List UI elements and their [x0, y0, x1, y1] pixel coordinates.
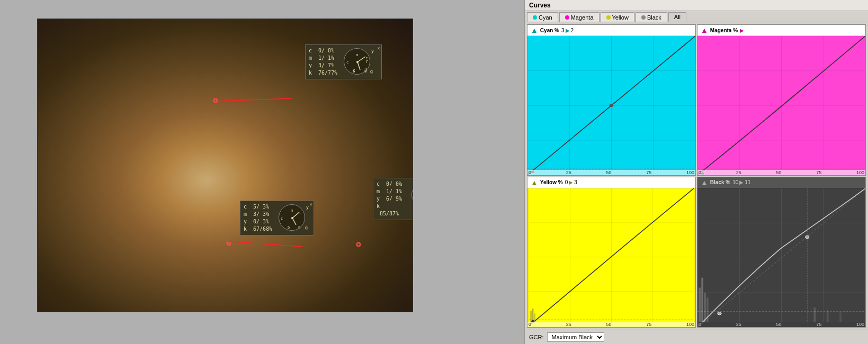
svg-rect-70: [701, 277, 703, 322]
tab-all-label: All: [674, 14, 681, 20]
cyan-before: 3: [561, 28, 565, 33]
curve-cell-magenta: ▲ Magenta % ▶: [697, 24, 866, 176]
svg-text:m: m: [356, 53, 358, 57]
magenta-axis-labels: 0 25 50 75 100: [697, 170, 865, 175]
popup1-close[interactable]: ✕: [378, 46, 380, 51]
popup2-close[interactable]: ✕: [310, 202, 312, 207]
tab-cyan[interactable]: Cyan: [527, 12, 558, 22]
gcr-select[interactable]: Maximum Black: [547, 332, 604, 342]
cyan-after: 2: [571, 28, 574, 33]
svg-point-2: [213, 98, 218, 103]
svg-point-15: [291, 217, 293, 219]
svg-point-7: [356, 61, 359, 63]
svg-rect-74: [827, 310, 829, 322]
popup3-values: c 0/ 0% m 1/ 1% y 6/ 9% k 85/87%: [377, 180, 405, 218]
black-axis-25: 25: [736, 322, 741, 327]
tab-yellow-label: Yellow: [612, 14, 629, 21]
cyan-axis-100: 100: [686, 170, 694, 175]
black-values: 10 ▶ 11: [732, 179, 750, 185]
svg-text:b: b: [353, 69, 355, 74]
svg-text:r: r: [299, 212, 301, 216]
yellow-before: 0: [565, 179, 568, 185]
svg-text:b: b: [288, 225, 290, 230]
cyan-values: 3 ▶ 2: [561, 28, 574, 33]
tab-all[interactable]: All: [668, 12, 686, 22]
svg-rect-72: [706, 297, 709, 322]
sample-point-1[interactable]: [212, 97, 218, 103]
tab-yellow[interactable]: Yellow: [601, 12, 634, 22]
info-popup-2: ✕ c 5/ 3% m 3/ 3% y 0/ 3% k 67/68%: [240, 201, 314, 236]
black-axis-100: 100: [856, 322, 864, 327]
yellow-curve-svg: [529, 188, 694, 326]
gcr-label: GCR:: [529, 334, 544, 340]
black-axis-labels: 0 25 50 75 100: [697, 322, 865, 327]
magenta-dot: [565, 15, 569, 20]
cyan-curve-body: [527, 36, 695, 175]
magenta-axis-50: 50: [776, 170, 781, 175]
curves-title: Curves: [525, 0, 868, 11]
curve-cell-cyan: ▲ Cyan % 3 ▶ 2: [527, 24, 696, 176]
black-axis-75: 75: [816, 322, 821, 327]
yellow-dot: [606, 15, 611, 20]
black-label: Black %: [710, 179, 730, 185]
sample-point-3[interactable]: [355, 241, 361, 247]
svg-line-0: [218, 98, 292, 101]
yellow-arrow-right: ▶: [569, 179, 573, 185]
cyan-label: Cyan %: [540, 28, 559, 33]
curves-grid: ▲ Cyan % 3 ▶ 2: [525, 22, 868, 330]
yellow-axis-0: 0: [529, 322, 531, 327]
cyan-axis-75: 75: [646, 170, 651, 175]
curves-panel: Curves Cyan Magenta Yellow Black All ▲ C…: [524, 0, 868, 344]
tab-black-label: Black: [647, 14, 661, 21]
sample-point-2[interactable]: [226, 240, 231, 246]
tab-magenta[interactable]: Magenta: [559, 12, 599, 22]
svg-line-5: [357, 57, 365, 62]
cyan-curve-svg: [527, 36, 695, 175]
popup1-clock: r g c r g: [344, 48, 370, 75]
tab-cyan-label: Cyan: [539, 14, 552, 21]
svg-rect-69: [699, 287, 701, 322]
black-before: 10: [732, 179, 738, 185]
magenta-curve-svg: [697, 36, 865, 175]
yellow-after: 3: [574, 179, 577, 185]
yellow-curve-body: [527, 188, 695, 328]
black-axis-50: 50: [776, 322, 781, 327]
cyan-axis-50: 50: [606, 170, 611, 175]
magenta-up-arrow[interactable]: ▲: [701, 26, 708, 34]
svg-text:c: c: [281, 216, 283, 221]
svg-rect-73: [813, 307, 816, 322]
yellow-axis-50: 50: [606, 322, 611, 327]
curve-header-black: ▲ Black % 10 ▶ 11: [697, 177, 865, 188]
black-axis-0: 0: [699, 322, 701, 327]
black-curve-body: [697, 188, 865, 328]
cyan-axis-0: 0: [529, 170, 531, 175]
svg-point-77: [806, 236, 809, 239]
yellow-up-arrow[interactable]: ▲: [531, 178, 538, 187]
black-arrow-right: ▶: [739, 179, 744, 185]
tab-black[interactable]: Black: [636, 12, 667, 22]
svg-point-4: [356, 242, 361, 247]
svg-text:c: c: [346, 60, 348, 65]
yellow-axis-75: 75: [646, 322, 651, 327]
svg-text:r: r: [365, 56, 368, 60]
svg-line-14: [292, 218, 296, 225]
magenta-curve-body: [697, 36, 865, 175]
svg-rect-75: [839, 312, 842, 322]
black-up-arrow[interactable]: ▲: [701, 178, 708, 187]
magenta-axis-0: 0: [699, 170, 701, 175]
magenta-label: Magenta %: [710, 28, 738, 33]
black-after: 11: [745, 179, 750, 185]
yellow-values: 0 ▶ 3: [565, 179, 577, 185]
popup2-values: c 5/ 3% m 3/ 3% y 0/ 3% k 67/68%: [244, 203, 272, 233]
svg-line-13: [292, 212, 299, 218]
curves-tabs: Cyan Magenta Yellow Black All: [525, 11, 868, 22]
black-curve-svg: [697, 188, 865, 328]
cyan-up-arrow[interactable]: ▲: [531, 26, 538, 34]
magenta-axis-25: 25: [736, 170, 741, 175]
svg-rect-71: [704, 292, 706, 322]
lion-background: ✕ c 0/ 0% m 1/ 1% y 3/ 7% k 76/77% r g: [38, 19, 413, 312]
popup1-values: c 0/ 0% m 1/ 1% y 3/ 7% k 76/77%: [309, 47, 337, 77]
svg-text:m: m: [291, 209, 293, 213]
cyan-arrow-right: ▶: [566, 28, 570, 33]
main-image: ✕ c 0/ 0% m 1/ 1% y 3/ 7% k 76/77% r g: [37, 19, 413, 312]
